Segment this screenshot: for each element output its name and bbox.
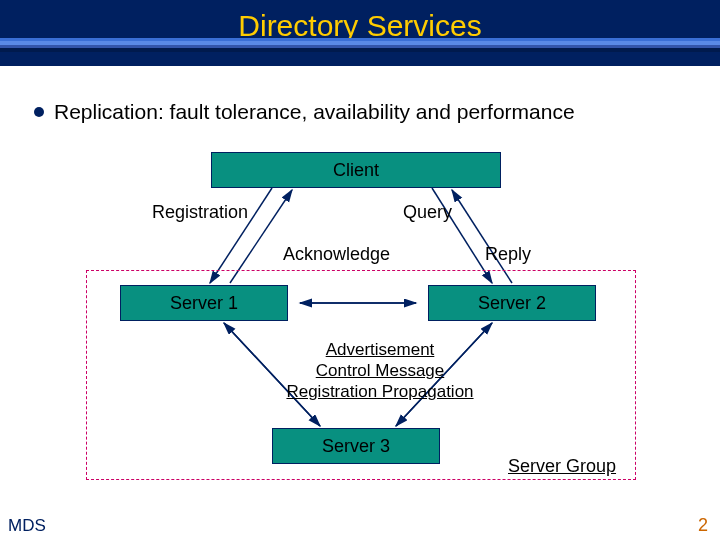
label-acknowledge: Acknowledge (283, 244, 390, 265)
server1-label: Server 1 (170, 293, 238, 314)
server2-box: Server 2 (428, 285, 596, 321)
server3-box: Server 3 (272, 428, 440, 464)
bullet-text: Replication: fault tolerance, availabili… (54, 100, 575, 124)
footer-left: MDS (8, 516, 46, 536)
server2-label: Server 2 (478, 293, 546, 314)
label-registration: Registration (152, 202, 248, 223)
bullet-item: Replication: fault tolerance, availabili… (34, 100, 690, 124)
msg-advertisement: Advertisement (280, 339, 480, 360)
label-server-group: Server Group (508, 456, 616, 477)
msg-propagation: Registration Propagation (280, 381, 480, 402)
client-label: Client (333, 160, 379, 181)
server3-label: Server 3 (322, 436, 390, 457)
footer-page-number: 2 (698, 515, 708, 536)
server1-box: Server 1 (120, 285, 288, 321)
bullet-dot-icon (34, 107, 44, 117)
label-query: Query (403, 202, 452, 223)
header-bar: Directory Services (0, 0, 720, 66)
label-reply: Reply (485, 244, 531, 265)
inter-server-messages: Advertisement Control Message Registrati… (280, 339, 480, 402)
client-box: Client (211, 152, 501, 188)
msg-control: Control Message (280, 360, 480, 381)
header-stripes (0, 38, 720, 52)
diagram-stage: Client Server 1 Server 2 Server 3 Regist… (0, 140, 720, 510)
